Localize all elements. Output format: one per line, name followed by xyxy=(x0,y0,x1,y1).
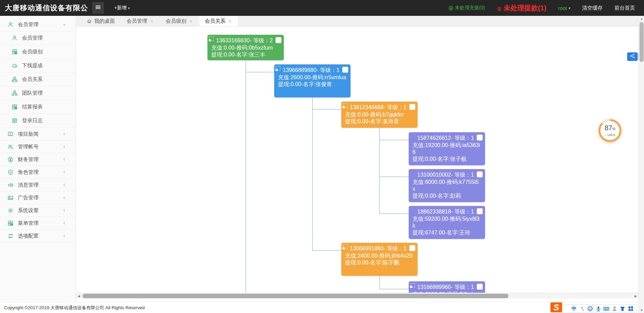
tab-member-level[interactable]: 会员级别× xyxy=(160,16,199,26)
sidebar-item-member-relation[interactable]: 会员关系 xyxy=(0,73,76,86)
sidebar-item-member-level[interactable]: 会员级别 xyxy=(0,45,76,59)
member-node-n4[interactable]: 15874626612- 等级：1充值:19200.00-推码:ia5363i6… xyxy=(409,132,485,165)
node-checkbox[interactable] xyxy=(477,208,483,214)
punctuation-icon[interactable]: °, xyxy=(579,306,585,312)
expand-node-icon[interactable] xyxy=(276,66,280,71)
scroll-up-arrow[interactable]: ▲ xyxy=(639,16,644,21)
app-title: 大唐移动通信设备有限公 xyxy=(5,3,88,13)
member-node-n7[interactable]: 13066991860- 等级：1充值:2400.00-推码:jihb4u29提… xyxy=(341,243,418,276)
close-tab-icon[interactable]: × xyxy=(150,18,154,24)
expand-node-icon[interactable] xyxy=(343,244,347,249)
member-node-n6[interactable]: 18862338818- 等级：1充值:59200.00-推码:5iyx8l3k… xyxy=(409,206,485,239)
member-node-n3[interactable]: 13812346688- 等级：1充值:0.00-推码:b7gqkltn提现:0… xyxy=(341,102,418,128)
sidebar-item-login-log[interactable]: 登录日志 xyxy=(0,114,76,128)
close-tab-icon[interactable]: × xyxy=(189,18,193,24)
vertical-scrollbar[interactable]: ▲ ▼ xyxy=(638,16,644,313)
node-recharge-line: 充值:59200.00-推码:5iyx8l3k xyxy=(412,216,481,229)
expand-node-icon[interactable] xyxy=(343,103,347,108)
node-title: 18862338818- 等级：1 xyxy=(412,208,481,216)
user-menu[interactable]: root ▾ xyxy=(558,5,570,11)
node-checkbox[interactable] xyxy=(342,67,348,73)
sidebar-item-label: 结算报表 xyxy=(22,104,76,110)
node-title: 13966889880- 等级：1 xyxy=(278,67,347,74)
horizontal-scroll-thumb[interactable] xyxy=(83,294,508,298)
copyright-text: Copyright ©2017-2019 大唐移动通信设备有限公司 All Ri… xyxy=(4,305,144,311)
scroll-right-arrow[interactable]: ▶ xyxy=(633,293,638,299)
progress-percent: 87 xyxy=(604,124,612,132)
chevron-left-icon xyxy=(62,144,67,149)
scroll-down-arrow[interactable]: ▼ xyxy=(639,307,644,313)
vertical-scroll-thumb[interactable] xyxy=(640,22,644,62)
chevron-left-icon xyxy=(62,195,67,200)
node-checkbox[interactable] xyxy=(276,37,281,43)
node-title: 13633169830- 等级：2 xyxy=(211,37,280,44)
node-title: 13100010002- 等级：1 xyxy=(412,171,481,179)
expand-node-icon[interactable] xyxy=(410,283,415,288)
sidebar-item-finance-manage[interactable]: 财务管理 xyxy=(0,153,76,166)
chevron-left-icon xyxy=(62,221,67,226)
chinese-mode-icon[interactable]: 中 xyxy=(571,306,577,312)
tab-label: 我的桌面 xyxy=(94,18,115,24)
sidebar-item-message-manage[interactable]: 消息管理 xyxy=(0,179,76,191)
node-checkbox[interactable] xyxy=(409,245,415,251)
skin-icon[interactable] xyxy=(620,306,625,312)
journal-icon xyxy=(12,118,18,124)
member-node-n1[interactable]: 13633169830- 等级：2充值:0.00-推码:0b5xzfum提现:0… xyxy=(207,35,284,60)
share-icon xyxy=(630,53,635,60)
sogou-logo[interactable]: S xyxy=(550,302,563,313)
sidebar-item-team-manage[interactable]: 团队管理 xyxy=(0,86,76,100)
node-withdraw-line: 提现:0.00-名字:袁玲君 xyxy=(345,118,414,125)
voice-input-icon[interactable] xyxy=(595,306,601,312)
tree-icon xyxy=(12,76,18,82)
node-checkbox[interactable] xyxy=(477,171,483,177)
sidebar-item-label: 选项配置 xyxy=(18,233,62,239)
sidebar-item-admin-account[interactable]: 管理帐号 xyxy=(0,140,76,153)
node-withdraw-line: 提现:0.00-名字:彭莉 xyxy=(412,192,481,199)
topbar: 大唐移动通信设备有限公 +新增 ▾ 未处理充值(0) 未处理提款(1) root… xyxy=(0,0,644,16)
sidebar-item-project-news[interactable]: 项目新闻 xyxy=(0,128,76,140)
tab-my-desktop[interactable]: 我的桌面 xyxy=(81,16,121,26)
node-title: 13166889960- 等级：1 xyxy=(412,284,481,291)
grid-icon xyxy=(12,49,18,55)
scroll-left-arrow[interactable]: ◀ xyxy=(76,293,82,299)
share-extension-button[interactable] xyxy=(627,52,637,61)
chevron-down-icon xyxy=(62,22,67,27)
sidebar-item-menu-manage[interactable]: 菜单管理 xyxy=(0,217,76,230)
sidebar-item-role-manage[interactable]: 角色管理 xyxy=(0,166,76,179)
node-checkbox[interactable] xyxy=(477,284,483,290)
tree-connector-horizontal xyxy=(379,177,409,177)
sidebar-item-settle-report[interactable]: 结算报表 xyxy=(0,100,76,114)
member-node-n8[interactable]: 13166889960- 等级：1充值:3300.00-推码:7t8mb xyxy=(409,281,485,293)
horizontal-scrollbar[interactable]: ◀ ▶ xyxy=(76,293,638,299)
add-new-button[interactable]: +新增 ▾ xyxy=(114,5,130,11)
sidebar-item-system-setting[interactable]: 系统设置 xyxy=(0,204,76,217)
tabbar: 我的桌面会员管理×会员级别×会员关系× xyxy=(76,16,638,27)
add-new-label: +新增 xyxy=(114,5,127,11)
tab-member-relation[interactable]: 会员关系× xyxy=(199,16,238,26)
tab-member-manage[interactable]: 会员管理× xyxy=(121,16,160,26)
expand-node-icon[interactable] xyxy=(209,36,214,41)
member-node-n2[interactable]: 13966889880- 等级：1充值:2600.00-推码:rr5vmlua提… xyxy=(274,64,351,97)
clear-cache-label: 清空缓存 xyxy=(582,5,603,11)
close-tab-icon[interactable]: × xyxy=(228,18,233,24)
pending-recharge-button[interactable]: 未处理充值(0) xyxy=(448,5,485,11)
sidebar-item-downline-commission[interactable]: 下线提成 xyxy=(0,59,76,73)
sidebar-item-member-manage[interactable]: 会员管理 xyxy=(0,31,76,45)
soft-keyboard-icon[interactable] xyxy=(603,306,609,312)
sidebar-item-member-manage-group[interactable]: 会员管理 xyxy=(0,18,76,31)
download-progress-badge[interactable]: 87% ↓ 14K/s xyxy=(599,119,621,142)
node-title: 15874626612- 等级：1 xyxy=(412,135,481,142)
node-checkbox[interactable] xyxy=(477,135,483,140)
clear-cache-button[interactable]: 清空缓存 xyxy=(582,5,603,11)
front-home-button[interactable]: 前台首页 xyxy=(614,5,635,11)
member-node-n5[interactable]: 13100010002- 等级：1充值:6000.00-推码:k7755t5x提… xyxy=(409,169,485,202)
sidebar-item-label: 会员关系 xyxy=(22,76,76,83)
node-checkbox[interactable] xyxy=(409,104,415,110)
sidebar-item-option-config[interactable]: 选项配置 xyxy=(0,230,76,242)
account-icon[interactable] xyxy=(612,306,618,312)
emoji-icon[interactable] xyxy=(587,306,593,312)
pending-withdraw-button[interactable]: 未处理提款(1) xyxy=(497,3,546,13)
sidebar-item-ad-manage[interactable]: 广告管理 xyxy=(0,191,76,204)
sidebar-toggle-button[interactable] xyxy=(92,2,104,14)
toolbox-icon[interactable] xyxy=(628,306,634,312)
